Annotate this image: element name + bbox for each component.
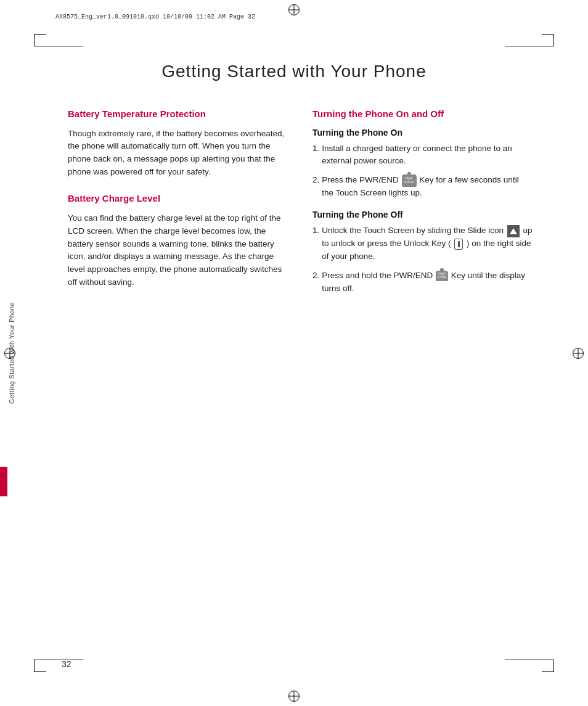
list-item: 1. Install a charged battery or connect … (312, 142, 533, 168)
sidebar-label: Getting Started with Your Phone (8, 302, 15, 404)
hrule-top-right (505, 46, 554, 47)
turning-on-list: 1. Install a charged battery or connect … (312, 142, 533, 200)
content-area: Battery Temperature Protection Though ex… (62, 108, 533, 638)
right-column: Turning the Phone On and Off Turning the… (306, 108, 533, 638)
hrule-top-left (34, 46, 83, 47)
slide-icon (507, 225, 520, 237)
turning-off-item-2: Press and hold the PWR/END PWREND⊕ Key u… (322, 269, 533, 295)
corner-mark-tr (542, 34, 554, 46)
turning-on-subheading: Turning the Phone On (312, 128, 533, 138)
arrow-up-icon (510, 228, 517, 234)
page-number: 32 (62, 659, 71, 669)
corner-mark-tl (34, 34, 46, 46)
turning-off-subheading: Turning the Phone Off (312, 210, 533, 220)
header-bar: AX8575_Eng_ver1.0_091010.qxd 10/10/09 11… (55, 14, 533, 20)
reg-circle-bottom (288, 691, 300, 702)
header-text: AX8575_Eng_ver1.0_091010.qxd 10/10/09 11… (55, 14, 255, 20)
battery-charge-heading: Battery Charge Level (68, 192, 288, 205)
section-battery-temp: Battery Temperature Protection Though ex… (68, 108, 288, 179)
list-item: 2. Press and hold the PWR/END PWREND⊕ Ke… (312, 269, 533, 295)
turning-phone-heading: Turning the Phone On and Off (312, 108, 533, 120)
turning-off-item-1: Unlock the Touch Screen by sliding the S… (322, 224, 533, 263)
corner-mark-bl (34, 660, 46, 672)
unlock-key-icon (454, 239, 463, 250)
hrule-bot-right (505, 659, 554, 660)
reg-circle-right (573, 348, 584, 359)
turning-on-item-1: Install a charged battery or connect the… (322, 142, 533, 168)
battery-temp-body: Though extremely rare, if the battery be… (68, 128, 288, 179)
left-column: Battery Temperature Protection Though ex… (62, 108, 288, 638)
section-battery-charge: Battery Charge Level You can find the ba… (68, 192, 288, 289)
page-title: Getting Started with Your Phone (55, 62, 533, 81)
sidebar-red-bar (0, 467, 7, 496)
turning-on-item-2: Press the PWR/END PWREND⊕ Key for a few … (322, 174, 533, 200)
pwr-end-icon: PWREND⊕ (402, 174, 417, 187)
hrule-bot-left (34, 659, 83, 660)
list-item: 1. Unlock the Touch Screen by sliding th… (312, 224, 533, 263)
list-item: 2. Press the PWR/END PWREND⊕ Key for a f… (312, 174, 533, 200)
pwr-end-icon-2: PWREND⊕ (436, 271, 448, 281)
battery-temp-heading: Battery Temperature Protection (68, 108, 288, 120)
turning-off-list: 1. Unlock the Touch Screen by sliding th… (312, 224, 533, 295)
corner-mark-br (542, 660, 554, 672)
battery-charge-body: You can find the battery charge level at… (68, 212, 288, 290)
sidebar-container: Getting Started with Your Phone (0, 0, 23, 706)
